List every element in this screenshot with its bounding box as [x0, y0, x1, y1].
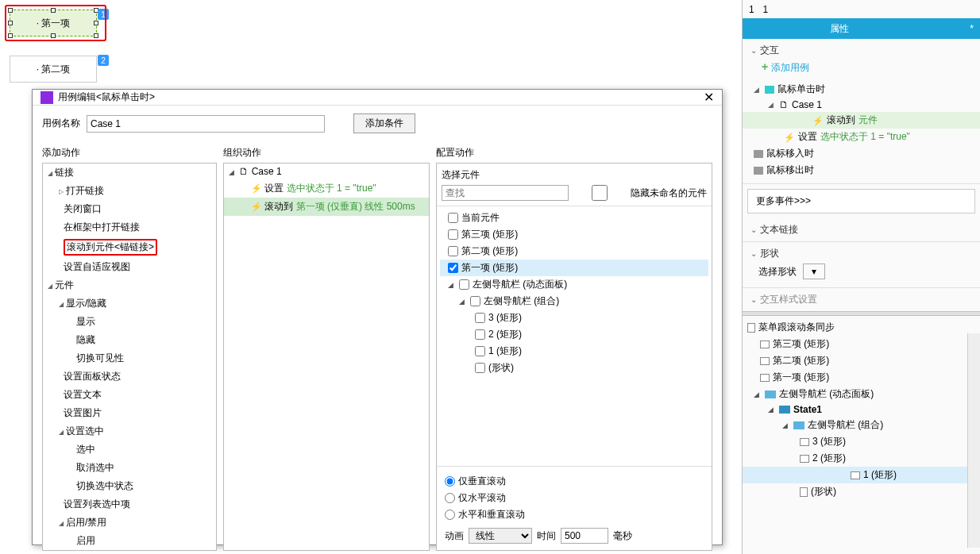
widget-search-input[interactable]: [442, 185, 569, 201]
action-adaptive-view[interactable]: 设置自适应视图: [43, 258, 216, 276]
tree-toggle-icon[interactable]: ◢: [459, 298, 467, 306]
radio[interactable]: [445, 476, 455, 487]
action-open-link[interactable]: 打开链接: [43, 182, 216, 200]
inspector-tab-properties[interactable]: 属性 *: [743, 18, 980, 39]
section-styles[interactable]: 交互样式设置: [750, 293, 972, 306]
action-open-in-frame[interactable]: 在框架中打开链接: [43, 218, 216, 237]
outline-child[interactable]: (形状): [747, 483, 975, 500]
animation-select[interactable]: 线性: [469, 528, 532, 544]
select-widget-label: 选择元件: [442, 168, 707, 182]
canvas-widget-item1[interactable]: · 第一项 1: [10, 10, 97, 37]
outline-child[interactable]: 3 (矩形): [747, 433, 975, 450]
tree-toggle-icon[interactable]: ◢: [768, 406, 776, 414]
canvas-widget-item2[interactable]: · 第二项 2: [10, 56, 97, 83]
scroll-horizontal-radio[interactable]: 仅水平滚动: [445, 490, 704, 506]
scrollbar[interactable]: [967, 333, 980, 548]
checkbox[interactable]: [475, 329, 485, 340]
hide-unnamed-checkbox[interactable]: [573, 185, 626, 201]
page-icon: [747, 323, 755, 333]
action-panel-state[interactable]: 设置面板状态: [43, 367, 216, 386]
action-show-hide[interactable]: 显示/隐藏: [43, 294, 216, 313]
action-enable-disable[interactable]: 启用/禁用: [43, 514, 216, 532]
tree-toggle-icon[interactable]: ◢: [768, 101, 776, 109]
action-deselected[interactable]: 取消选中: [43, 459, 216, 477]
widget-child-2[interactable]: 2 (矩形): [440, 326, 708, 343]
action-set-text[interactable]: 设置文本: [43, 386, 216, 404]
tree-toggle-icon[interactable]: ◢: [754, 86, 762, 94]
radio[interactable]: [445, 510, 455, 520]
outline-item[interactable]: 第二项 (矩形): [747, 352, 975, 369]
actions-group-links[interactable]: 链接: [43, 164, 216, 182]
event-mouse-leave[interactable]: 鼠标移出时: [750, 162, 972, 179]
widget-item1-selected[interactable]: 第一项 (矩形): [440, 260, 708, 276]
checkbox[interactable]: [475, 346, 485, 356]
checkbox[interactable]: [475, 313, 485, 323]
widget-current[interactable]: 当前元件: [440, 210, 708, 226]
action-toggle-selected[interactable]: 切换选中状态: [43, 477, 216, 495]
shape-picker[interactable]: ▾: [803, 264, 825, 279]
scroll-vertical-radio[interactable]: 仅垂直滚动: [445, 473, 704, 490]
widget-child-3[interactable]: 3 (矩形): [440, 310, 708, 326]
event-mouse-enter[interactable]: 鼠标移入时: [750, 145, 972, 162]
actions-group-widgets[interactable]: 元件: [43, 276, 216, 294]
organize-actions[interactable]: ◢ 🗋 Case 1 设置 选中状态于 1 = "true" 滚动到 第一项 (…: [223, 163, 430, 551]
tree-toggle-icon[interactable]: ◢: [782, 421, 790, 429]
action-enable[interactable]: 启用: [43, 532, 216, 550]
close-icon[interactable]: ✕: [704, 90, 714, 105]
checkbox[interactable]: [448, 213, 458, 223]
scroll-both-radio[interactable]: 水平和垂直滚动: [445, 506, 704, 523]
widget-child-shape[interactable]: (形状): [440, 360, 708, 376]
section-text-link[interactable]: 文本链接: [750, 223, 972, 237]
action-set-selected[interactable]: 设置 选中状态于 1 = "true": [750, 129, 972, 145]
case-name-input[interactable]: [87, 115, 325, 133]
widget-tree[interactable]: 当前元件 第三项 (矩形) 第二项 (矩形) 第一项 (矩形) ◢左侧导航栏 (…: [437, 206, 712, 466]
radio[interactable]: [445, 493, 455, 503]
outline-item[interactable]: 第三项 (矩形): [747, 336, 975, 352]
action-scroll-to[interactable]: 滚动到 元件: [743, 112, 980, 129]
organize-action-1[interactable]: 设置 选中状态于 1 = "true": [224, 179, 429, 198]
tree-toggle-icon[interactable]: ◢: [448, 281, 456, 289]
checkbox[interactable]: [448, 263, 458, 273]
widget-item3[interactable]: 第三项 (矩形): [440, 226, 708, 243]
more-events-button[interactable]: 更多事件>>>: [747, 189, 975, 214]
tree-toggle-icon[interactable]: ◢: [754, 390, 762, 398]
outline-group[interactable]: ◢左侧导航栏 (组合): [747, 417, 975, 433]
checkbox[interactable]: [448, 229, 458, 240]
actions-list[interactable]: 链接 打开链接 关闭窗口 在框架中打开链接 滚动到元件<锚链接> 设置自适应视图…: [42, 163, 217, 551]
dialog-titlebar[interactable]: 用例编辑<鼠标单击时> ✕: [33, 90, 722, 106]
action-set-image[interactable]: 设置图片: [43, 404, 216, 422]
checkbox[interactable]: [470, 296, 480, 306]
checkbox[interactable]: [459, 279, 469, 290]
action-hide[interactable]: 隐藏: [43, 331, 216, 349]
add-condition-button[interactable]: 添加条件: [353, 113, 415, 133]
action-selected[interactable]: 选中: [43, 441, 216, 459]
action-close-window[interactable]: 关闭窗口: [43, 200, 216, 218]
widget-item2[interactable]: 第二项 (矩形): [440, 243, 708, 260]
outline-item[interactable]: 第一项 (矩形): [747, 369, 975, 386]
action-toggle-visibility[interactable]: 切换可见性: [43, 349, 216, 367]
action-set-selected-group[interactable]: 设置选中: [43, 422, 216, 441]
widget-panel[interactable]: ◢左侧导航栏 (动态面板): [440, 276, 708, 293]
action-scroll-to-anchor[interactable]: 滚动到元件<锚链接>: [43, 237, 216, 258]
checkbox[interactable]: [475, 363, 485, 373]
outline-child-selected[interactable]: 1 (矩形): [743, 467, 980, 483]
event-click[interactable]: ◢ 鼠标单击时: [750, 81, 972, 98]
outline-root[interactable]: 菜单跟滚动条同步: [747, 319, 975, 336]
tree-toggle-icon[interactable]: ◢: [229, 168, 237, 176]
organize-case[interactable]: ◢ 🗋 Case 1: [224, 164, 429, 179]
organize-action-2-selected[interactable]: 滚动到 第一项 (仅垂直) 线性 500ms: [224, 198, 429, 216]
section-interaction[interactable]: 交互: [750, 44, 972, 57]
radio-label: 水平和垂直滚动: [458, 508, 525, 521]
widget-group[interactable]: ◢左侧导航栏 (组合): [440, 293, 708, 310]
section-shape[interactable]: 形状: [750, 247, 972, 260]
outline-child[interactable]: 2 (矩形): [747, 450, 975, 467]
action-show[interactable]: 显示: [43, 313, 216, 331]
action-set-list-selected[interactable]: 设置列表选中项: [43, 495, 216, 514]
outline-state[interactable]: ◢State1: [747, 402, 975, 417]
outline-panel[interactable]: ◢左侧导航栏 (动态面板): [747, 386, 975, 402]
add-case-link[interactable]: 添加用例: [750, 57, 972, 81]
widget-child-1[interactable]: 1 (矩形): [440, 343, 708, 360]
checkbox[interactable]: [448, 246, 458, 256]
case-node[interactable]: ◢ 🗋 Case 1: [750, 98, 972, 112]
time-input[interactable]: [561, 528, 608, 544]
